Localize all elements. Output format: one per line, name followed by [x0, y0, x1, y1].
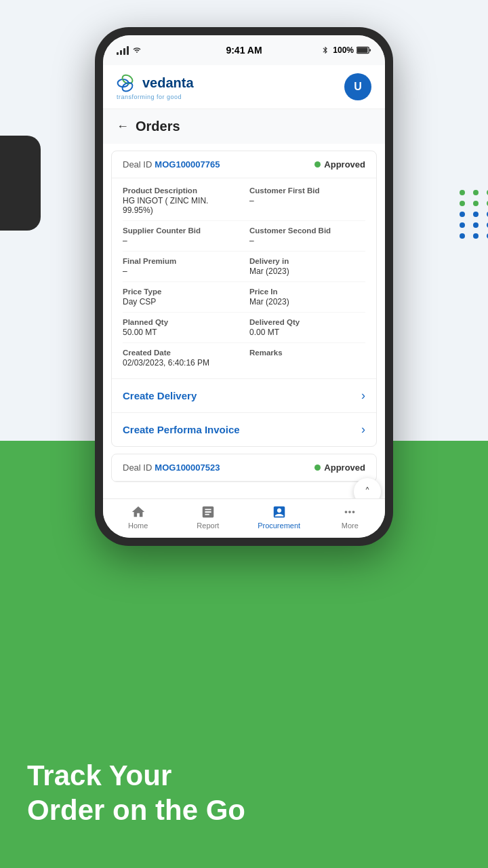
- signal-bars: [117, 45, 129, 55]
- price-in: Price In Mar (2023): [249, 288, 365, 307]
- scroll-to-top-button[interactable]: ˄: [354, 478, 381, 498]
- create-proforma-invoice-button[interactable]: Create Performa Invoice ›: [112, 413, 376, 446]
- logo-subtitle: transforming for good: [117, 94, 182, 100]
- detail-row-4: Price Type Day CSP Price In Mar (2023): [123, 282, 365, 313]
- logo: vedanta: [117, 74, 194, 93]
- customer-second-bid: Customer Second Bid –: [249, 226, 365, 245]
- deal-card-2: Deal ID MOG100007523 Approved: [111, 454, 377, 482]
- deal2-id-label: Deal ID: [123, 462, 152, 473]
- delivery-in-value: Mar (2023): [249, 267, 365, 276]
- detail-row-2: Supplier Counter Bid – Customer Second B…: [123, 221, 365, 252]
- content-area: Deal ID MOG100007765 Approved Product: [103, 144, 385, 498]
- deal2-id-value: MOG100007523: [155, 462, 220, 473]
- svg-rect-1: [357, 47, 368, 52]
- svg-rect-2: [369, 49, 371, 52]
- remarks-label: Remarks: [249, 349, 365, 357]
- nav-more[interactable]: More: [329, 505, 370, 530]
- created-date-label: Created Date: [123, 349, 239, 357]
- supplier-counter-bid-value: –: [123, 236, 239, 245]
- create-proforma-chevron: ›: [361, 422, 365, 437]
- price-type-value: Day CSP: [123, 297, 239, 307]
- decorative-phone: [0, 136, 41, 231]
- nav-home[interactable]: Home: [118, 505, 159, 530]
- home-icon: [131, 505, 146, 519]
- deal-header-2: Deal ID MOG100007523 Approved: [112, 454, 376, 481]
- logo-area: vedanta transforming for good: [117, 74, 194, 100]
- action-buttons: Create Delivery › Create Performa Invoic…: [112, 378, 376, 446]
- customer-first-bid: Customer First Bid –: [249, 186, 365, 215]
- nav-procurement-label: Procurement: [258, 521, 300, 530]
- price-in-value: Mar (2023): [249, 297, 365, 307]
- planned-qty-label: Planned Qty: [123, 318, 239, 326]
- delivered-qty: Delivered Qty 0.00 MT: [249, 318, 365, 337]
- supplier-counter-bid-label: Supplier Counter Bid: [123, 226, 239, 235]
- planned-qty: Planned Qty 50.00 MT: [123, 318, 239, 337]
- created-date-value: 02/03/2023, 6:40:16 PM: [123, 358, 239, 368]
- nav-home-label: Home: [128, 521, 148, 530]
- customer-second-bid-value: –: [249, 236, 365, 245]
- nav-report-label: Report: [197, 521, 219, 530]
- page-title: Orders: [136, 119, 180, 134]
- back-button[interactable]: ←: [117, 119, 129, 134]
- deal-status-badge: Approved: [314, 159, 365, 170]
- battery-text: 100%: [333, 45, 354, 55]
- deal-details: Product Description HG INGOT ( ZINC MIN.…: [112, 178, 376, 376]
- create-delivery-chevron: ›: [361, 389, 365, 403]
- status-dot: [314, 161, 321, 167]
- bluetooth-icon: [321, 46, 330, 54]
- create-delivery-label: Create Delivery: [123, 390, 197, 401]
- supplier-counter-bid: Supplier Counter Bid –: [123, 226, 239, 245]
- remarks: Remarks: [249, 349, 365, 368]
- customer-first-bid-label: Customer First Bid: [249, 186, 365, 195]
- nav-procurement[interactable]: Procurement: [258, 505, 300, 530]
- final-premium-label: Final Premium: [123, 257, 239, 265]
- price-in-label: Price In: [249, 288, 365, 296]
- delivered-qty-label: Delivered Qty: [249, 318, 365, 326]
- page-title-bar: ← Orders: [103, 109, 385, 144]
- detail-row-1: Product Description HG INGOT ( ZINC MIN.…: [123, 181, 365, 221]
- deal-id-container: Deal ID MOG100007765: [123, 159, 220, 170]
- report-icon: [201, 505, 216, 519]
- deal2-status-text: Approved: [324, 462, 365, 473]
- create-proforma-invoice-label: Create Performa Invoice: [123, 424, 240, 435]
- price-type: Price Type Day CSP: [123, 288, 239, 307]
- deal2-status-badge: Approved: [314, 462, 365, 473]
- dots-decoration: [460, 190, 488, 239]
- delivery-in: Delivery in Mar (2023): [249, 257, 365, 276]
- delivered-qty-value: 0.00 MT: [249, 328, 365, 337]
- status-text: Approved: [324, 159, 365, 170]
- create-delivery-button[interactable]: Create Delivery ›: [112, 379, 376, 413]
- status-time: 9:41 AM: [226, 45, 262, 56]
- detail-row-3: Final Premium – Delivery in Mar (2023): [123, 252, 365, 282]
- deal2-id-container: Deal ID MOG100007523: [123, 462, 220, 473]
- final-premium: Final Premium –: [123, 257, 239, 276]
- procurement-icon: [272, 505, 287, 519]
- bottom-nav: Home Report Procurement: [103, 498, 385, 538]
- vedanta-logo-icon: [117, 74, 138, 93]
- user-avatar[interactable]: U: [344, 73, 371, 100]
- deal-id-label: Deal ID: [123, 159, 152, 170]
- deal-card-1: Deal ID MOG100007765 Approved Product: [111, 151, 377, 447]
- deal-header-1: Deal ID MOG100007765 Approved: [112, 151, 376, 178]
- app-header: vedanta transforming for good U: [103, 65, 385, 109]
- battery-icon: [357, 46, 371, 54]
- customer-first-bid-value: –: [249, 196, 365, 205]
- created-date: Created Date 02/03/2023, 6:40:16 PM: [123, 349, 239, 368]
- customer-second-bid-label: Customer Second Bid: [249, 226, 365, 235]
- planned-qty-value: 50.00 MT: [123, 328, 239, 337]
- product-description: Product Description HG INGOT ( ZINC MIN.…: [123, 186, 239, 215]
- deal2-status-dot: [314, 465, 321, 471]
- final-premium-value: –: [123, 267, 239, 276]
- status-bar: 9:41 AM 100%: [103, 35, 385, 65]
- delivery-in-label: Delivery in: [249, 257, 365, 265]
- product-description-label: Product Description: [123, 186, 239, 195]
- more-icon: [342, 505, 357, 519]
- nav-report[interactable]: Report: [188, 505, 228, 530]
- detail-row-5: Planned Qty 50.00 MT Delivered Qty 0.00 …: [123, 313, 365, 343]
- price-type-label: Price Type: [123, 288, 239, 296]
- tagline: Track Your Order on the Go: [27, 759, 245, 827]
- phone-screen: 9:41 AM 100%: [103, 35, 385, 538]
- nav-more-label: More: [342, 521, 359, 530]
- phone-frame: 9:41 AM 100%: [95, 27, 393, 546]
- deal-id-value: MOG100007765: [155, 159, 220, 170]
